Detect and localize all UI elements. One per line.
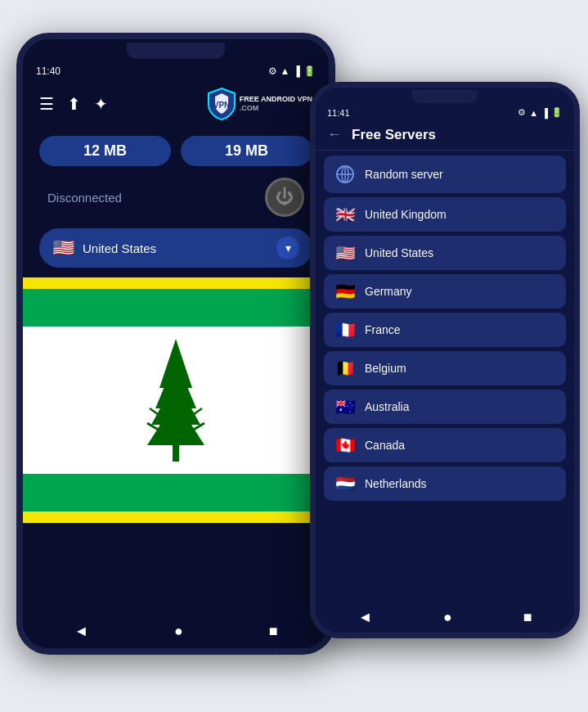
country-selector[interactable]: 🇺🇸 United States ▾ bbox=[39, 228, 312, 268]
phone2: 11:41 ⚙ ▲ ▐ 🔋 ← Free Servers Random serv… bbox=[310, 82, 580, 638]
server-item-uk[interactable]: 🇬🇧United Kingdom bbox=[324, 197, 566, 232]
server-flag-uk: 🇬🇧 bbox=[334, 205, 357, 224]
norfolk-flag bbox=[23, 277, 329, 523]
server-name-be: Belgium bbox=[365, 362, 406, 375]
phone2-signal-icon: ▐ bbox=[541, 108, 548, 118]
norfolk-tree-svg bbox=[135, 335, 217, 466]
phone2-back-icon[interactable]: ◄ bbox=[357, 609, 372, 626]
server-name-us: United States bbox=[365, 246, 433, 259]
wifi-icon: ▲ bbox=[281, 65, 290, 77]
server-flag-nl: 🇳🇱 bbox=[334, 474, 357, 493]
server-name-ca: Canada bbox=[365, 439, 405, 452]
star-icon[interactable]: ✦ bbox=[94, 94, 108, 114]
phone1: 11:40 ⚙ ▲ ▐ 🔋 ☰ ⬆ ✦ VPN FREE ANDROID VPN… bbox=[16, 33, 335, 655]
logo-line1: FREE ANDROID VPN bbox=[240, 95, 312, 104]
server-flag-au: 🇦🇺 bbox=[334, 397, 357, 417]
share-icon[interactable]: ⬆ bbox=[67, 94, 81, 114]
shield-logo: VPN bbox=[207, 87, 236, 121]
header-left-icons: ☰ ⬆ ✦ bbox=[39, 94, 108, 114]
connection-row: Disconnected ⏻ bbox=[23, 174, 329, 225]
phone2-time: 11:41 bbox=[327, 108, 350, 118]
server-name-uk: United Kingdom bbox=[365, 208, 447, 221]
phone2-home-icon[interactable]: ● bbox=[443, 609, 452, 626]
signal-icon: ▐ bbox=[293, 65, 300, 77]
power-icon: ⏻ bbox=[276, 187, 294, 208]
phone1-square-icon[interactable]: ■ bbox=[269, 623, 278, 640]
flag-display bbox=[23, 277, 329, 523]
data-row: 12 MB 19 MB bbox=[23, 128, 329, 174]
battery-icon: 🔋 bbox=[303, 65, 316, 77]
country-name: United States bbox=[83, 241, 268, 255]
back-arrow-icon[interactable]: ← bbox=[327, 126, 342, 143]
svg-marker-5 bbox=[159, 339, 192, 388]
server-name-random: Random server bbox=[365, 168, 443, 181]
phone1-header: ☰ ⬆ ✦ VPN FREE ANDROID VPN .COM bbox=[23, 80, 329, 128]
phone1-notch bbox=[23, 39, 329, 62]
power-button[interactable]: ⏻ bbox=[265, 178, 304, 217]
upload-value: 12 MB bbox=[83, 142, 127, 159]
server-item-de[interactable]: 🇩🇪Germany bbox=[324, 274, 566, 309]
flag-white-mid bbox=[23, 327, 329, 474]
phone2-statusbar: 11:41 ⚙ ▲ ▐ 🔋 bbox=[316, 106, 574, 119]
server-name-nl: Netherlands bbox=[365, 477, 427, 490]
phone1-time: 11:40 bbox=[36, 65, 61, 77]
phone1-back-icon[interactable]: ◄ bbox=[74, 623, 88, 640]
server-flag-ca: 🇨🇦 bbox=[334, 435, 357, 455]
phone2-status-icons: ⚙ ▲ ▐ 🔋 bbox=[518, 107, 563, 118]
phone1-statusbar: 11:40 ⚙ ▲ ▐ 🔋 bbox=[23, 62, 329, 80]
server-name-fr: France bbox=[365, 323, 401, 336]
logo-line2: .COM bbox=[240, 104, 312, 113]
server-item-ca[interactable]: 🇨🇦Canada bbox=[324, 428, 566, 462]
yellow-stripe-top bbox=[23, 277, 329, 289]
header-logo: VPN FREE ANDROID VPN .COM bbox=[207, 87, 312, 121]
phone1-home-icon[interactable]: ● bbox=[174, 623, 183, 640]
phone2-notch-inner bbox=[412, 90, 478, 103]
server-item-us[interactable]: 🇺🇸United States bbox=[324, 236, 566, 270]
server-flag-us: 🇺🇸 bbox=[334, 243, 357, 263]
server-item-be[interactable]: 🇧🇪Belgium bbox=[324, 351, 566, 385]
phone2-settings-icon: ⚙ bbox=[518, 107, 526, 118]
server-flag-be: 🇧🇪 bbox=[334, 358, 357, 378]
upload-badge: 12 MB bbox=[39, 136, 171, 166]
chevron-down-icon: ▾ bbox=[276, 237, 299, 259]
server-flag-fr: 🇫🇷 bbox=[334, 320, 357, 340]
server-item-fr[interactable]: 🇫🇷France bbox=[324, 313, 566, 347]
phone1-status-icons: ⚙ ▲ ▐ 🔋 bbox=[268, 65, 316, 77]
server-item-nl[interactable]: 🇳🇱Netherlands bbox=[324, 466, 566, 501]
connection-status: Disconnected bbox=[47, 191, 122, 205]
phone2-navbar: ◄ ● ■ bbox=[316, 602, 574, 633]
phone2-battery-icon: 🔋 bbox=[551, 107, 563, 118]
phone2-wifi-icon: ▲ bbox=[529, 108, 538, 118]
download-value: 19 MB bbox=[225, 142, 268, 159]
phone2-square-icon[interactable]: ■ bbox=[523, 609, 532, 626]
server-item-au[interactable]: 🇦🇺Australia bbox=[324, 390, 566, 424]
server-item-random[interactable]: Random server bbox=[324, 155, 566, 193]
logo-text: FREE ANDROID VPN .COM bbox=[240, 95, 312, 113]
phone2-notch bbox=[316, 88, 574, 106]
server-list: Random server🇬🇧United Kingdom🇺🇸United St… bbox=[316, 151, 574, 506]
server-name-au: Australia bbox=[365, 400, 409, 413]
server-flag-random bbox=[334, 163, 357, 186]
phone1-navbar: ◄ ● ■ bbox=[23, 615, 329, 648]
svg-text:VPN: VPN bbox=[213, 101, 231, 110]
menu-icon[interactable]: ☰ bbox=[39, 94, 54, 114]
yellow-stripe-bottom bbox=[23, 511, 329, 523]
phone2-titlebar: ← Free Servers bbox=[316, 119, 574, 151]
server-name-de: Germany bbox=[365, 285, 412, 298]
phone1-notch-inner bbox=[127, 43, 225, 59]
country-flag: 🇺🇸 bbox=[52, 237, 74, 259]
page-title: Free Servers bbox=[352, 127, 436, 143]
download-badge: 19 MB bbox=[181, 136, 312, 166]
server-flag-de: 🇩🇪 bbox=[334, 282, 357, 301]
settings-icon: ⚙ bbox=[268, 65, 277, 77]
